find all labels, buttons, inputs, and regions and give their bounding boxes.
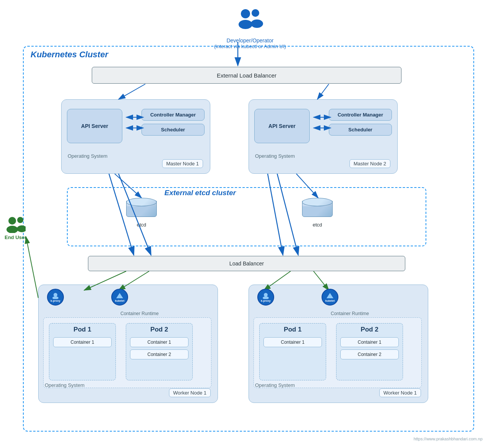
svg-point-2 bbox=[252, 9, 259, 17]
worker2-pod1: Pod 1 Container 1 bbox=[259, 323, 326, 380]
worker2-pod-area: Pod 1 Container 1 Pod 2 Container 1 Cont… bbox=[253, 317, 422, 388]
master-node-1-panel: API Server Controller Manager Scheduler … bbox=[61, 99, 210, 174]
worker-node-2-panel: k-proxy kubelet Container Runtime Pod 1 … bbox=[249, 285, 428, 403]
etcd-2-group: etcd bbox=[302, 198, 333, 228]
etcd-1-group: etcd bbox=[126, 198, 157, 228]
worker1-os-label: Operating System bbox=[45, 382, 84, 388]
worker1-node-label: Worker Node 1 bbox=[169, 388, 211, 397]
diagram: Developer/Operator (interact via kubectl… bbox=[0, 0, 494, 448]
worker2-container-runtime: Container Runtime bbox=[331, 311, 369, 316]
svg-point-10 bbox=[8, 217, 16, 225]
master1-api-server: API Server bbox=[67, 109, 122, 143]
worker1-pod2-container2: Container 2 bbox=[130, 349, 188, 359]
master2-node-label: Master Node 2 bbox=[349, 159, 390, 168]
load-balancer: Load Balancer bbox=[88, 256, 405, 271]
svg-point-5 bbox=[52, 296, 58, 299]
svg-marker-9 bbox=[327, 293, 333, 298]
master2-ctrl-sched: Controller Manager Scheduler bbox=[329, 109, 392, 136]
worker2-os-label: Operating System bbox=[255, 382, 295, 388]
worker1-pod2-container1: Container 1 bbox=[130, 337, 188, 347]
k8s-cluster-label: Kubernetes Cluster bbox=[31, 50, 108, 60]
master-node-2-panel: API Server Controller Manager Scheduler … bbox=[249, 99, 398, 174]
end-user-group: End User bbox=[5, 216, 26, 240]
worker2-node-label: Worker Node 1 bbox=[379, 388, 421, 397]
etcd-1-cylinder bbox=[126, 198, 157, 219]
master1-node-label: Master Node 1 bbox=[162, 159, 203, 168]
svg-point-7 bbox=[264, 293, 268, 297]
etcd-2-label: etcd bbox=[313, 222, 322, 228]
master2-controller-manager: Controller Manager bbox=[329, 109, 392, 121]
etcd-cluster-label: External etcd cluster bbox=[164, 189, 236, 197]
attribution: https://www.prakashbhandari.com.np bbox=[414, 437, 483, 441]
etcd-1-label: etcd bbox=[137, 222, 146, 228]
end-user-icon bbox=[6, 216, 26, 233]
svg-point-3 bbox=[251, 19, 263, 28]
svg-marker-6 bbox=[116, 293, 123, 298]
master2-scheduler: Scheduler bbox=[329, 124, 392, 136]
svg-point-4 bbox=[54, 293, 57, 297]
etcd-cluster-border bbox=[67, 187, 426, 246]
master2-os-label: Operating System bbox=[255, 153, 295, 159]
etcd-2-cylinder bbox=[302, 198, 333, 219]
worker1-kproxy-badge: k-proxy bbox=[47, 289, 64, 306]
worker2-pod1-container1: Container 1 bbox=[263, 337, 322, 347]
developer-icon bbox=[236, 8, 264, 35]
master1-controller-manager: Controller Manager bbox=[141, 109, 205, 121]
external-load-balancer: External Load Balancer bbox=[92, 67, 401, 84]
svg-point-8 bbox=[263, 296, 269, 299]
worker1-pod-area: Pod 1 Container 1 Pod 2 Container 1 Cont… bbox=[43, 317, 211, 388]
worker2-pod2-container1: Container 1 bbox=[340, 337, 399, 347]
worker2-kubelet-badge: kubelet bbox=[322, 289, 338, 306]
master1-ctrl-sched: Controller Manager Scheduler bbox=[141, 109, 205, 136]
master1-os-label: Operating System bbox=[68, 153, 107, 159]
svg-point-0 bbox=[241, 9, 250, 18]
worker1-pod1-container1: Container 1 bbox=[53, 337, 112, 347]
worker1-container-runtime: Container Runtime bbox=[120, 311, 159, 316]
end-user-label: End User bbox=[5, 235, 26, 240]
master2-api-server: API Server bbox=[254, 109, 310, 143]
worker2-pod2-container2: Container 2 bbox=[340, 349, 399, 359]
worker1-pod2: Pod 2 Container 1 Container 2 bbox=[126, 323, 193, 380]
worker1-pod1: Pod 1 Container 1 bbox=[49, 323, 116, 380]
master1-scheduler: Scheduler bbox=[141, 124, 205, 136]
svg-point-11 bbox=[6, 226, 18, 233]
worker2-pod2: Pod 2 Container 1 Container 2 bbox=[336, 323, 403, 380]
developer-operator-group: Developer/Operator (interact via kubectl… bbox=[214, 8, 286, 49]
worker1-kubelet-badge: kubelet bbox=[111, 289, 128, 306]
svg-point-1 bbox=[239, 20, 252, 29]
worker-node-1-panel: k-proxy kubelet Container Runtime Pod 1 … bbox=[38, 285, 218, 403]
worker2-kproxy-badge: k-proxy bbox=[257, 289, 274, 306]
svg-point-12 bbox=[17, 217, 23, 223]
svg-point-13 bbox=[17, 225, 26, 232]
